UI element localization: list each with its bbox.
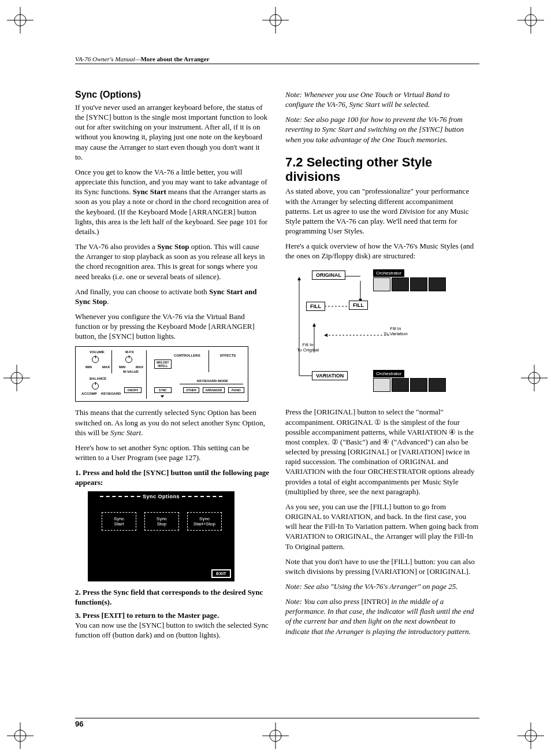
- knob-icon: [92, 383, 99, 390]
- body-text: Whenever you configure the VA-76 via the…: [75, 312, 269, 341]
- left-column: Sync (Options) If you've never used an a…: [75, 90, 269, 643]
- panel-label: M-VALUE: [123, 370, 139, 373]
- page-number: 96: [75, 718, 479, 728]
- flow-box-fill: FILL: [306, 302, 325, 311]
- panel-button: OTHER: [183, 387, 199, 393]
- body-text: Here's a quick overview of how the VA-76…: [285, 241, 479, 261]
- right-column: Note: Whenever you use One Touch or Virt…: [285, 90, 479, 643]
- body-text: This means that the currently selected S…: [75, 407, 269, 437]
- panel-label: CONTROLLERS: [174, 354, 200, 357]
- body-text: Once you get to know the VA-76 a little …: [75, 167, 269, 236]
- body-text: Note that you don't have to use the [FIL…: [285, 557, 479, 576]
- knob-icon: [125, 356, 132, 363]
- body-text: As you see, you can use the [FILL] butto…: [285, 502, 479, 551]
- manual-title: VA-76 Owner's Manual—: [75, 55, 140, 62]
- flow-box-variation: VARIATION: [312, 371, 348, 380]
- crop-mark-icon: [518, 722, 544, 749]
- panel-label: MIN: [119, 365, 125, 369]
- flow-box-original: ORIGINAL: [312, 270, 345, 280]
- orchestrator-tiles: [373, 378, 446, 392]
- step-2: 2. Press the Sync field that corresponds…: [75, 587, 269, 607]
- heading-7-2: 7.2 Selecting other Style divisions: [285, 155, 479, 184]
- flow-orchestrator-label: Orchestrator: [373, 269, 404, 277]
- panel-label: KEYBOARD MODE: [197, 379, 228, 383]
- note-text: Note: See also page 100 for how to preve…: [285, 114, 479, 144]
- body-text: And finally, you can choose to activate …: [75, 287, 269, 306]
- step-3: 3. Press [EXIT] to return to the Master …: [75, 610, 269, 640]
- crop-mark-icon: [7, 722, 33, 749]
- body-text: As stated above, you can "professionaliz…: [285, 186, 479, 236]
- arrow-down-icon: [161, 395, 164, 398]
- lcd-option: SyncStart: [102, 512, 136, 531]
- panel-label: M-FX: [125, 350, 134, 354]
- panel-label: VOLUME: [90, 350, 105, 354]
- panel-label: KEYBOARD: [101, 392, 121, 395]
- lcd-title: Sync Options: [88, 494, 234, 499]
- lcd-option: SyncStart+Stop: [187, 512, 222, 531]
- panel-button: SYNC: [154, 387, 172, 393]
- page-content: VA-76 Owner's Manual—More about the Arra…: [75, 55, 479, 643]
- body-text: If you've never used an arranger keyboar…: [75, 102, 269, 162]
- panel-label: ACCOMP: [81, 392, 97, 395]
- body-text: Press the [ORIGINAL] button to select th…: [285, 407, 479, 496]
- crop-mark-icon: [3, 365, 30, 391]
- lcd-exit-button: EXIT: [211, 569, 231, 578]
- knob-icon: [92, 356, 99, 363]
- crop-mark-icon: [7, 7, 33, 34]
- note-text: Note: Whenever you use One Touch or Virt…: [285, 90, 479, 109]
- panel-label: MAX: [102, 365, 110, 369]
- panel-label: EFFECTS: [220, 354, 236, 357]
- control-panel-figure: VOLUME M-FX CONTROLLERS EFFECTS MELODY I…: [75, 346, 248, 402]
- flow-orchestrator-label: Orchestrator: [373, 370, 404, 377]
- step-1: 1. Press and hold the [SYNC] button unti…: [75, 468, 269, 487]
- note-text: Note: You can also press [INTRO] in the …: [285, 596, 479, 636]
- crop-mark-icon: [262, 7, 289, 34]
- heading-sync-options: Sync (Options): [75, 90, 269, 100]
- flow-label-fillin-variation: Fill In To Variation: [384, 326, 408, 336]
- panel-button: PIANO: [228, 387, 244, 393]
- panel-label: MAX: [136, 365, 143, 369]
- flow-label-fillin-original: Fill In To Original: [297, 342, 319, 353]
- flow-box-fill: FILL: [349, 301, 368, 310]
- style-structure-figure: ORIGINAL Orchestrator FILL FILL Fill In …: [285, 266, 479, 399]
- panel-button: ON/OFF: [124, 387, 142, 393]
- body-text: Here's how to set another Sync option. T…: [75, 443, 269, 462]
- panel-label: MIN: [85, 365, 92, 369]
- lcd-option: SyncStop: [144, 512, 179, 531]
- crop-mark-icon: [521, 365, 548, 391]
- body-text: The VA-76 also provides a Sync Stop opti…: [75, 242, 269, 281]
- orchestrator-tiles: [373, 277, 446, 291]
- panel-button: MELODY INTELL: [154, 360, 172, 369]
- note-text: Note: See also "Using the VA-76's Arrang…: [285, 581, 479, 591]
- crop-mark-icon: [518, 7, 544, 34]
- panel-button: ARRANGER: [203, 387, 225, 393]
- section-title: More about the Arranger: [140, 55, 209, 62]
- lcd-screen-figure: Sync Options SyncStart SyncStop SyncStar…: [88, 491, 234, 581]
- running-header: VA-76 Owner's Manual—More about the Arra…: [75, 55, 479, 64]
- panel-label: BALANCE: [90, 377, 106, 380]
